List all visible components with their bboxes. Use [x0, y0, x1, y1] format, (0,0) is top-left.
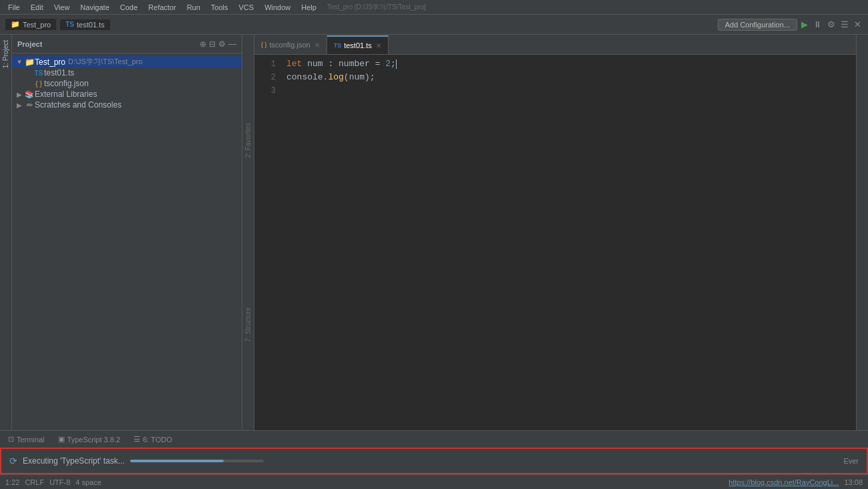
- scope-icon[interactable]: ⊕: [200, 39, 206, 49]
- editor-tab-test01-label: test01.ts: [344, 41, 372, 49]
- json-tab-icon: { }: [261, 41, 267, 48]
- bottom-area: ⊡ Terminal ▣ TypeScript 3.8.2 ☰ 6: TODO …: [0, 430, 868, 489]
- typescript-tab-icon: ▣: [58, 435, 65, 444]
- titlebar-tab-project[interactable]: 📁 Test_pro: [5, 19, 56, 30]
- editor-tab-tsconfig-label: tsconfig.json: [270, 41, 310, 49]
- scratch-icon: ✏: [24, 101, 35, 110]
- menubar: File Edit View Navigate Code Refactor Ru…: [0, 0, 868, 15]
- json-icon-tsconfig: { }: [33, 80, 44, 88]
- bottom-tab-terminal-label: Terminal: [17, 436, 45, 444]
- executing-bar: ⟳ Executing 'TypeScript' task... Ever: [0, 448, 868, 474]
- status-position[interactable]: 1:22: [5, 478, 19, 486]
- ever-label: Ever: [843, 457, 859, 465]
- tree-item-external[interactable]: ▶ 📚 External Libraries: [12, 89, 242, 100]
- menu-project-path: Test_pro [D:/JS学习/TS/Test_pro]: [322, 1, 431, 13]
- status-line-ending[interactable]: CRLF: [25, 478, 44, 486]
- menu-help[interactable]: Help: [296, 2, 322, 13]
- ts-tab-icon: TS: [334, 42, 342, 49]
- menu-edit[interactable]: Edit: [25, 2, 49, 13]
- editor-tab-test01-close[interactable]: ✕: [376, 42, 381, 49]
- line-number-2: 2: [254, 71, 276, 84]
- lib-icon-external: 📚: [24, 90, 35, 99]
- add-configuration-button[interactable]: Add Configuration...: [718, 19, 797, 31]
- status-left: 1:22 CRLF UTF-8 4 space: [5, 478, 101, 486]
- bottom-tab-typescript-label: TypeScript 3.8.2: [67, 436, 121, 444]
- line-number-1: 1: [254, 57, 276, 71]
- tree-label-external: External Libraries: [35, 90, 97, 99]
- right-vtabs: [856, 35, 868, 430]
- titlebar-right: Add Configuration... ▶ ⏸ ⚙ ☰ ✕: [718, 18, 863, 31]
- menu-code[interactable]: Code: [115, 2, 143, 13]
- ts-icon-test01: TS: [33, 69, 44, 77]
- terminal-icon: ⊡: [8, 435, 14, 444]
- progress-fill: [130, 460, 224, 462]
- code-content[interactable]: let num : number = 2; console.log(num);: [281, 55, 856, 430]
- tree-arrow-root: ▼: [15, 58, 24, 65]
- tree-label-test01: test01.ts: [44, 68, 74, 77]
- left-panel-strip: 1: Project: [0, 35, 12, 430]
- executing-text: Executing 'TypeScript' task...: [23, 456, 125, 466]
- panel-icons: ⊕ ⊟ ⚙ —: [200, 39, 236, 49]
- code-editor: 1 2 3 let num : number = 2; console.log(…: [254, 55, 856, 430]
- tree-item-tsconfig[interactable]: { } tsconfig.json: [12, 78, 242, 89]
- menu-file[interactable]: File: [3, 2, 25, 13]
- menu-icon[interactable]: ☰: [839, 18, 850, 31]
- menu-refactor[interactable]: Refactor: [143, 2, 182, 13]
- file-tree: ▼ 📁 Test_pro D:\JS学习\TS\Test_pro TS test…: [12, 53, 242, 430]
- menu-vcs[interactable]: VCS: [234, 2, 260, 13]
- bottom-tab-terminal[interactable]: ⊡ Terminal: [5, 434, 47, 445]
- project-panel-title: Project: [17, 40, 42, 48]
- status-right: https://blog.csdn.net/RayCongLi... 13:08: [728, 478, 863, 486]
- titlebar-tabs: 📁 Test_pro TS test01.ts: [5, 19, 110, 30]
- todo-icon: ☰: [134, 435, 140, 444]
- menu-view[interactable]: View: [49, 2, 75, 13]
- bottom-tab-typescript[interactable]: ▣ TypeScript 3.8.2: [55, 434, 124, 445]
- project-panel: Project ⊕ ⊟ ⚙ — ▼ 📁 Test_pro D:\JS学习\TS\…: [12, 35, 242, 430]
- status-link[interactable]: https://blog.csdn.net/RayCongLi...: [728, 478, 839, 486]
- vtab-structure[interactable]: 7: Structure: [243, 303, 253, 346]
- folder-icon: 📁: [11, 20, 20, 29]
- editor-tab-test01[interactable]: TS test01.ts ✕: [327, 35, 389, 54]
- line-number-3: 3: [254, 84, 276, 98]
- editor-tab-tsconfig[interactable]: { } tsconfig.json ✕: [254, 35, 327, 54]
- editor-tab-tsconfig-close[interactable]: ✕: [314, 41, 320, 49]
- titlebar-tab-test01-label: test01.ts: [77, 21, 105, 29]
- bottom-tab-todo[interactable]: ☰ 6: TODO: [131, 434, 175, 445]
- minimize-panel-icon[interactable]: —: [228, 39, 236, 49]
- tree-label-tsconfig: tsconfig.json: [44, 79, 89, 88]
- menu-tools[interactable]: Tools: [206, 2, 234, 13]
- project-panel-header: Project ⊕ ⊟ ⚙ —: [12, 35, 242, 53]
- titlebar-tab-test01[interactable]: TS test01.ts: [60, 19, 110, 30]
- status-bar: 1:22 CRLF UTF-8 4 space https://blog.csd…: [0, 474, 868, 489]
- vtab-favorites[interactable]: 2: Favorites: [243, 119, 253, 162]
- tree-item-test01[interactable]: TS test01.ts: [12, 67, 242, 78]
- collapse-icon[interactable]: ⊟: [209, 39, 216, 49]
- status-indent[interactable]: 4 space: [75, 478, 101, 486]
- gear-icon[interactable]: ⚙: [218, 39, 226, 49]
- run-button[interactable]: ▶: [800, 18, 809, 31]
- status-time: 13:08: [844, 478, 863, 486]
- run-icons: ▶ ⏸ ⚙ ☰ ✕: [800, 18, 863, 31]
- main-area: 1: Project Project ⊕ ⊟ ⚙ — ▼ 📁 Test_pro …: [0, 35, 868, 430]
- settings-icon[interactable]: ⚙: [826, 18, 837, 31]
- tree-arrow-external: ▶: [15, 91, 24, 98]
- menu-window[interactable]: Window: [259, 2, 296, 13]
- menu-navigate[interactable]: Navigate: [75, 2, 114, 13]
- close-icon[interactable]: ✕: [853, 18, 863, 31]
- editor-area: { } tsconfig.json ✕ TS test01.ts ✕ 1 2 3…: [254, 35, 856, 430]
- tree-item-scratches[interactable]: ▶ ✏ Scratches and Consoles: [12, 100, 242, 110]
- panel-label-project[interactable]: 1: Project: [1, 35, 11, 73]
- menu-run[interactable]: Run: [182, 2, 206, 13]
- line-numbers: 1 2 3: [254, 55, 281, 430]
- spinner-icon: ⟳: [9, 456, 17, 466]
- status-encoding[interactable]: UTF-8: [49, 478, 70, 486]
- left-vtabs: 2: Favorites 7: Structure: [242, 35, 254, 430]
- tree-arrow-scratches: ▶: [15, 102, 24, 109]
- tree-item-root[interactable]: ▼ 📁 Test_pro D:\JS学习\TS\Test_pro: [12, 56, 242, 67]
- progress-bar: [130, 460, 264, 462]
- titlebar-tab-project-label: Test_pro: [23, 21, 51, 29]
- bottom-tabs: ⊡ Terminal ▣ TypeScript 3.8.2 ☰ 6: TODO: [0, 430, 868, 448]
- debug-button[interactable]: ⏸: [812, 18, 823, 31]
- tree-path-root: D:\JS学习\TS\Test_pro: [68, 57, 142, 67]
- tree-label-scratches: Scratches and Consoles: [35, 100, 122, 110]
